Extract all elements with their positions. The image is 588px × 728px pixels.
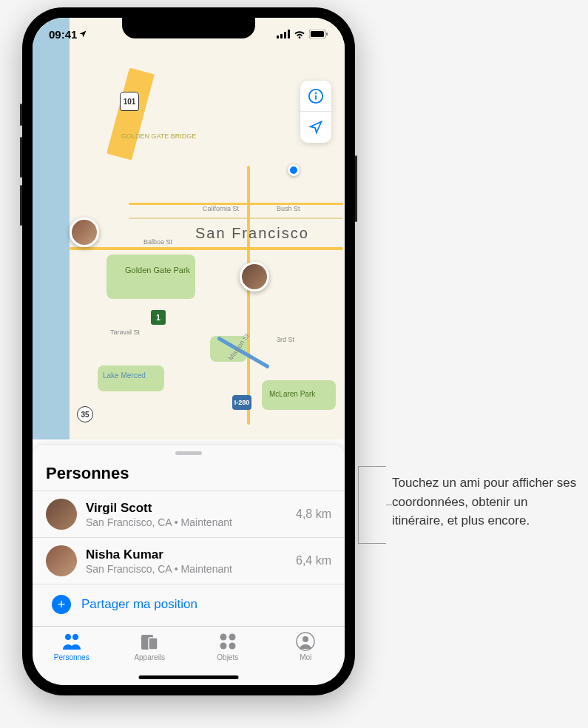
share-location-label: Partager ma position bbox=[81, 597, 197, 612]
person-location: San Francisco, CA • Maintenant bbox=[86, 563, 287, 575]
callout-connector bbox=[386, 505, 392, 505]
svg-rect-1 bbox=[280, 34, 283, 38]
map-pin-avatar-nisha[interactable] bbox=[70, 218, 99, 247]
person-name: Virgil Scott bbox=[86, 501, 287, 516]
svg-point-11 bbox=[72, 634, 78, 640]
tab-moi[interactable]: Moi bbox=[276, 631, 335, 685]
people-sheet: Personnes Virgil Scott San Francisco, CA… bbox=[33, 445, 345, 627]
sheet-title: Personnes bbox=[33, 461, 345, 491]
city-label: San Francisco bbox=[195, 225, 309, 242]
map-label-golden-gate-park: Golden Gate Park bbox=[125, 266, 190, 274]
home-indicator[interactable] bbox=[139, 675, 239, 679]
map-label-third-st: 3rd St bbox=[277, 336, 294, 343]
svg-point-16 bbox=[220, 643, 226, 650]
svg-rect-13 bbox=[149, 638, 158, 650]
wifi-icon bbox=[294, 28, 305, 41]
svg-point-19 bbox=[303, 636, 308, 642]
person-name: Nisha Kumar bbox=[86, 547, 287, 562]
map-label-balboa-st: Balboa St bbox=[143, 238, 172, 246]
map-view[interactable]: 101 1 35 I-280 San Francisco GOLDEN GATE… bbox=[33, 18, 345, 439]
user-location-dot bbox=[288, 164, 300, 176]
map-locate-button[interactable] bbox=[300, 112, 331, 143]
highway-shield-35: 35 bbox=[77, 406, 93, 422]
plus-icon: + bbox=[52, 595, 71, 614]
map-label-golden-gate-bridge: GOLDEN GATE BRIDGE bbox=[121, 132, 196, 140]
annotation-text: Touchez un ami pour afficher ses coordon… bbox=[392, 473, 577, 530]
svg-rect-5 bbox=[311, 31, 324, 37]
map-label-bush-st: Bush St bbox=[277, 205, 300, 212]
svg-point-15 bbox=[229, 634, 235, 641]
person-row[interactable]: Nisha Kumar San Francisco, CA • Maintena… bbox=[33, 537, 345, 584]
svg-point-9 bbox=[316, 92, 317, 93]
tab-personnes[interactable]: Personnes bbox=[42, 631, 101, 685]
svg-rect-3 bbox=[288, 30, 290, 38]
map-pin-avatar-virgil[interactable] bbox=[240, 262, 269, 291]
map-controls bbox=[300, 81, 331, 143]
share-location-row[interactable]: + Partager ma position bbox=[33, 584, 345, 627]
volume-down-button bbox=[20, 185, 22, 226]
phone-screen: 09:41 bbox=[33, 18, 345, 685]
person-distance: 6,4 km bbox=[296, 554, 331, 567]
svg-rect-0 bbox=[277, 36, 279, 38]
tab-label: Objets bbox=[217, 653, 238, 661]
battery-icon bbox=[309, 28, 328, 41]
map-label-mclaren-park: McLaren Park bbox=[269, 390, 315, 398]
map-road bbox=[247, 166, 250, 425]
map-road bbox=[129, 218, 343, 219]
power-button bbox=[355, 155, 357, 222]
map-label-taraval-st: Taraval St bbox=[110, 328, 140, 336]
map-label-california-st: California St bbox=[203, 205, 239, 212]
tab-label: Appareils bbox=[134, 653, 165, 661]
sheet-drag-handle[interactable] bbox=[175, 451, 202, 455]
tab-label: Moi bbox=[300, 653, 311, 661]
map-road bbox=[70, 247, 343, 250]
status-time: 09:41 bbox=[49, 28, 77, 41]
person-distance: 4,8 km bbox=[296, 508, 331, 521]
avatar bbox=[46, 499, 77, 530]
person-info: Virgil Scott San Francisco, CA • Mainten… bbox=[86, 501, 287, 528]
mute-switch bbox=[20, 104, 22, 126]
person-info: Nisha Kumar San Francisco, CA • Maintena… bbox=[86, 547, 287, 575]
person-row[interactable]: Virgil Scott San Francisco, CA • Mainten… bbox=[33, 491, 345, 537]
devices-icon bbox=[140, 631, 159, 652]
svg-rect-2 bbox=[284, 32, 286, 38]
highway-shield-1: 1 bbox=[151, 310, 166, 325]
avatar bbox=[46, 545, 77, 576]
tab-label: Personnes bbox=[54, 653, 89, 661]
notch bbox=[122, 18, 255, 38]
svg-point-14 bbox=[220, 634, 226, 641]
location-services-icon bbox=[78, 28, 87, 41]
phone-frame: 09:41 bbox=[22, 7, 355, 695]
items-icon bbox=[218, 631, 237, 652]
highway-shield-101: 101 bbox=[120, 92, 139, 111]
map-label-lake-merced: Lake Merced bbox=[103, 371, 146, 380]
svg-rect-6 bbox=[326, 33, 328, 36]
highway-shield-280: I-280 bbox=[232, 395, 251, 410]
svg-point-17 bbox=[229, 643, 235, 650]
people-icon bbox=[61, 631, 83, 652]
cellular-signal-icon bbox=[277, 28, 290, 41]
volume-up-button bbox=[20, 137, 22, 178]
svg-point-10 bbox=[65, 634, 71, 640]
me-icon bbox=[296, 631, 315, 652]
map-park bbox=[107, 255, 195, 299]
callout-bracket bbox=[358, 466, 386, 544]
map-info-button[interactable] bbox=[300, 81, 331, 112]
person-location: San Francisco, CA • Maintenant bbox=[86, 516, 287, 528]
